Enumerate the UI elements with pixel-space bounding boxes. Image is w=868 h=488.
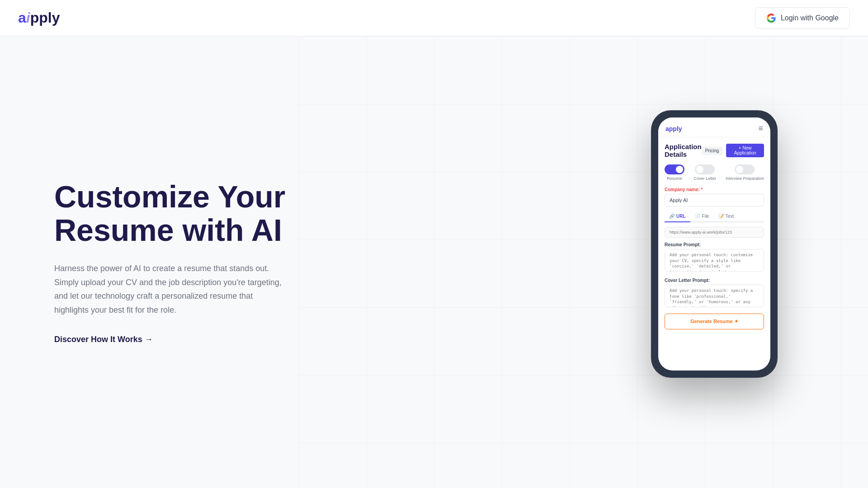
input-type-tabs: 🔗 URL 📄 File 📝 Text — [665, 211, 764, 222]
cover-letter-toggle-group: Cover Letter — [694, 164, 717, 181]
resume-prompt-label: Resume Prompt: — [665, 242, 764, 247]
pricing-button[interactable]: Pricing — [702, 146, 723, 155]
new-application-button[interactable]: + New Application — [726, 144, 764, 157]
phone-device: apply ≡ Application Details Pricing + Ne… — [651, 110, 778, 378]
tab-file[interactable]: 📄 File — [690, 211, 714, 222]
app-header: apply ≡ — [658, 117, 770, 137]
phone-screen: apply ≡ Application Details Pricing + Ne… — [658, 117, 770, 371]
cover-letter-toggle-label: Cover Letter — [694, 176, 717, 181]
toggle-knob — [676, 166, 683, 173]
application-details-title: Application Details — [665, 143, 702, 158]
logo-a: a — [18, 9, 26, 26]
interview-prep-toggle-label: Interview Preparation — [726, 176, 764, 181]
resume-toggle-label: Resume — [667, 176, 682, 181]
header: aipply Login with Google — [0, 0, 868, 36]
logo-i: i — [26, 9, 30, 26]
cover-letter-toggle[interactable] — [695, 164, 715, 174]
resume-prompt-textarea[interactable] — [665, 249, 764, 272]
interview-prep-toggle-group: Interview Preparation — [726, 164, 764, 181]
app-logo: apply — [665, 125, 682, 132]
tab-url[interactable]: 🔗 URL — [665, 211, 690, 222]
tab-text[interactable]: 📝 Text — [714, 211, 738, 222]
resume-toggle-group: Resume — [665, 164, 684, 181]
logo-pply: pply — [30, 9, 60, 26]
phone-mockup-container: apply ≡ Application Details Pricing + Ne… — [651, 110, 778, 378]
google-icon — [766, 13, 776, 23]
hamburger-menu-icon[interactable]: ≡ — [758, 124, 763, 133]
login-button-label: Login with Google — [781, 14, 839, 22]
company-name-label: Company name: * — [665, 187, 764, 192]
interview-prep-toggle[interactable] — [735, 164, 755, 174]
resume-toggle[interactable] — [665, 164, 684, 174]
generate-resume-button[interactable]: Generate Resume ✦ — [665, 314, 764, 329]
cover-letter-prompt-textarea[interactable] — [665, 285, 764, 307]
logo[interactable]: aipply — [18, 9, 60, 26]
toggle-knob — [736, 166, 743, 173]
discover-how-it-works-link[interactable]: Discover How It Works → — [54, 335, 153, 344]
text-icon: 📝 — [718, 214, 724, 219]
header-actions: Pricing + New Application — [702, 144, 764, 157]
app-content: Application Details Pricing + New Applic… — [658, 137, 770, 335]
company-name-input[interactable] — [665, 194, 764, 206]
cover-letter-prompt-label: Cover Letter Prompt: — [665, 278, 764, 283]
job-url-input[interactable] — [665, 227, 764, 238]
link-icon: 🔗 — [669, 214, 675, 219]
file-icon: 📄 — [695, 214, 700, 219]
application-details-header: Application Details Pricing + New Applic… — [665, 143, 764, 158]
hero-title: Customize Your Resume with AI — [54, 180, 298, 248]
login-with-google-button[interactable]: Login with Google — [755, 7, 850, 29]
hero-section: Customize Your Resume with AI Harness th… — [54, 180, 326, 345]
hero-subtitle: Harness the power of AI to create a resu… — [54, 262, 289, 317]
feature-toggles-row: Resume Cover Letter Interview Preparatio… — [665, 164, 764, 181]
toggle-knob — [696, 166, 703, 173]
